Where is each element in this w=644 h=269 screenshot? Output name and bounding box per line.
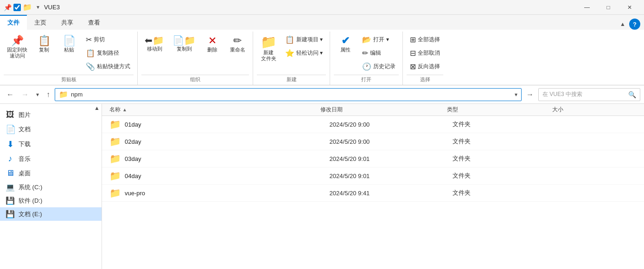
file-type-03day: 文件夹: [453, 154, 555, 163]
select-all-label: 全部选择: [418, 36, 440, 44]
sidebar-item-documents[interactable]: 📄 文档: [0, 122, 102, 137]
col-type-label: 类型: [447, 106, 458, 113]
pin-btn-icon: 📌: [11, 36, 24, 46]
move-to-button[interactable]: ⬅📁 移动到: [141, 33, 167, 54]
dropdown-arrow[interactable]: ▼: [36, 5, 40, 10]
ribbon-collapse-arrow[interactable]: ▲: [618, 19, 627, 29]
documents-label: 文档: [19, 125, 31, 134]
ribbon-section-organize: ⬅📁 移动到 📄📁 复制到 ✕ 删除 ✏ 重命名 组织: [138, 32, 253, 85]
paste-shortcut-icon: 📎: [86, 62, 95, 71]
file-row[interactable]: 📁 vue-pro 2024/5/20 9:41 文件夹: [102, 185, 644, 202]
tab-home[interactable]: 主页: [27, 16, 54, 30]
file-row[interactable]: 📁 02day 2024/5/20 9:00 文件夹: [102, 133, 644, 150]
copy-path-button[interactable]: 📋 复制路径: [83, 47, 134, 59]
search-bar[interactable]: 在 VUE3 中搜索 🔍: [538, 88, 640, 101]
downloads-label: 下载: [19, 140, 31, 148]
pin-to-quickaccess-button[interactable]: 📌 固定到快速访问: [4, 33, 31, 61]
new-label: 新建: [257, 75, 326, 85]
file-row[interactable]: 📁 04day 2024/5/20 9:01 文件夹: [102, 167, 644, 185]
rename-button[interactable]: ✏ 重命名: [226, 33, 249, 55]
history-button[interactable]: 🕐 历史记录: [359, 60, 399, 73]
maximize-button[interactable]: □: [598, 0, 619, 15]
new-content: 📁 新建文件夹 📋 新建项目 ▾ ⭐ 轻松访问 ▾: [257, 32, 326, 75]
sidebar-item-music[interactable]: ♪ 音乐: [0, 152, 102, 166]
nav-bar: ← → ▾ ↑ 📁 npm ▾ → 在 VUE3 中搜索 🔍: [0, 85, 644, 104]
file-row[interactable]: 📁 01day 2024/5/20 9:00 文件夹: [102, 116, 644, 133]
paste-button[interactable]: 📄 粘贴: [57, 33, 81, 55]
delete-button[interactable]: ✕ 删除: [201, 33, 224, 55]
col-name[interactable]: 名称 ▲: [109, 106, 320, 114]
address-go-button[interactable]: →: [523, 89, 536, 101]
col-type[interactable]: 类型: [447, 106, 552, 114]
forward-button[interactable]: →: [19, 89, 32, 101]
drive-c-label: 系统 (C:): [19, 183, 42, 192]
folder-icon-vuepro: 📁: [109, 187, 121, 199]
back-button[interactable]: ←: [4, 89, 17, 101]
sidebar-item-drive-d[interactable]: 💾 软件 (D:): [0, 194, 102, 207]
file-type-vuepro: 文件夹: [453, 189, 555, 197]
up-button[interactable]: ↑: [44, 89, 53, 101]
easy-access-label: 轻松访问 ▾: [296, 49, 323, 57]
ribbon-section-open: ✔ 属性 📂 打开 ▾ ✏ 编辑 🕐 历史记录 打开: [330, 32, 403, 85]
close-button[interactable]: ✕: [619, 0, 640, 15]
sidebar-item-pictures[interactable]: 🖼 图片: [0, 108, 102, 122]
file-area: 名称 ▲ 修改日期 类型 大小 📁 01day 2024/5/20 9:00 文…: [102, 104, 644, 269]
copy-button[interactable]: 📋 复制: [32, 33, 56, 55]
folder-icon-04day: 📁: [109, 170, 121, 181]
file-list-header[interactable]: 名称 ▲ 修改日期 类型 大小: [102, 104, 644, 116]
new-folder-icon: 📁: [261, 36, 277, 49]
dropdown-history-button[interactable]: ▾: [33, 90, 42, 100]
new-folder-button[interactable]: 📁 新建文件夹: [257, 33, 280, 64]
new-item-button[interactable]: 📋 新建项目 ▾: [282, 33, 326, 46]
edit-icon: ✏: [362, 49, 368, 58]
address-dropdown-arrow[interactable]: ▾: [515, 91, 517, 98]
select-label: 选择: [407, 75, 443, 85]
drive-d-icon: 💾: [6, 196, 15, 205]
copy-icon: 📋: [38, 36, 51, 46]
search-placeholder: 在 VUE3 中搜索: [542, 90, 626, 98]
music-icon: ♪: [6, 154, 15, 164]
titlebar-checkbox[interactable]: [13, 4, 21, 11]
open-button[interactable]: 📂 打开 ▾: [359, 33, 399, 46]
desktop-label: 桌面: [19, 169, 31, 178]
sidebar-scroll-up[interactable]: ▲: [92, 104, 102, 112]
invert-select-button[interactable]: ⊠ 反向选择: [407, 60, 443, 73]
edit-button[interactable]: ✏ 编辑: [359, 47, 399, 59]
organize-content: ⬅📁 移动到 📄📁 复制到 ✕ 删除 ✏ 重命名: [141, 32, 249, 75]
tab-share[interactable]: 共享: [54, 16, 81, 30]
paste-shortcut-button[interactable]: 📎 粘贴快捷方式: [83, 60, 134, 73]
file-name-02day: 02day: [125, 138, 330, 145]
copy-to-button[interactable]: 📄📁 复制到: [169, 33, 199, 54]
organize-label: 组织: [141, 75, 249, 85]
properties-button[interactable]: ✔ 属性: [334, 33, 357, 55]
window-controls: — □ ✕: [576, 0, 640, 15]
drive-e-icon: 💾: [6, 210, 15, 218]
cut-label: 剪切: [94, 36, 105, 44]
new-small-group: 📋 新建项目 ▾ ⭐ 轻松访问 ▾: [282, 33, 326, 59]
file-name-vuepro: vue-pro: [125, 190, 330, 197]
select-all-button[interactable]: ⊞ 全部选择: [407, 33, 443, 46]
sidebar-item-drive-c[interactable]: 💻 系统 (C:): [0, 180, 102, 194]
tab-file[interactable]: 文件: [0, 15, 27, 30]
copy-to-icon: 📄📁: [172, 36, 196, 45]
easy-access-button[interactable]: ⭐ 轻松访问 ▾: [282, 47, 326, 59]
file-type-01day: 文件夹: [453, 120, 555, 128]
delete-label: 删除: [207, 47, 217, 53]
cut-button[interactable]: ✂ 剪切: [83, 33, 134, 46]
address-bar[interactable]: 📁 npm ▾: [55, 88, 522, 101]
sidebar-item-drive-e[interactable]: 💾 文档 (E:): [0, 207, 102, 221]
help-button[interactable]: ?: [629, 19, 640, 30]
ribbon-section-select: ⊞ 全部选择 ⊟ 全部取消 ⊠ 反向选择 选择: [403, 32, 447, 85]
sidebar-item-downloads[interactable]: ⬇ 下载: [0, 137, 102, 152]
minimize-button[interactable]: —: [576, 0, 598, 15]
properties-icon: ✔: [341, 36, 350, 46]
tab-view[interactable]: 查看: [81, 16, 108, 30]
sidebar-item-desktop[interactable]: 🖥 桌面: [0, 166, 102, 180]
col-size[interactable]: 大小: [552, 106, 637, 114]
ribbon: 📌 固定到快速访问 📋 复制 📄 粘贴 ✂ 剪切 📋: [0, 30, 644, 85]
col-date[interactable]: 修改日期: [320, 106, 447, 114]
deselect-all-button[interactable]: ⊟ 全部取消: [407, 47, 443, 59]
file-name-01day: 01day: [125, 121, 330, 128]
title-bar: 📌 📁 ▼ VUE3 — □ ✕: [0, 0, 644, 15]
file-row[interactable]: 📁 03day 2024/5/20 9:01 文件夹: [102, 150, 644, 167]
